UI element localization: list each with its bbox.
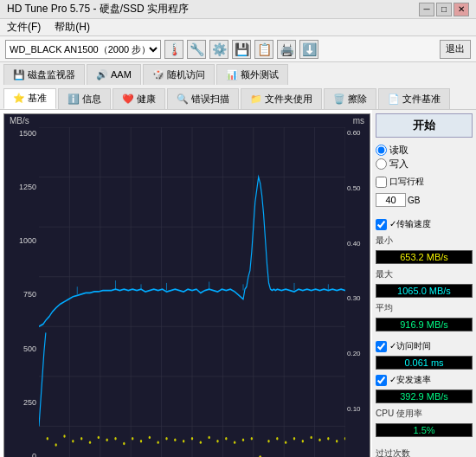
y-label-750: 750 bbox=[23, 290, 36, 299]
close-button[interactable]: ✕ bbox=[453, 3, 469, 16]
svg-point-40 bbox=[234, 441, 235, 443]
burst-value: 392.9 MB/s bbox=[376, 389, 473, 403]
y-axis-left: 1500 1250 1000 750 500 250 0 bbox=[4, 127, 39, 457]
access-time-dots bbox=[47, 434, 345, 457]
svg-point-25 bbox=[106, 439, 107, 441]
tab-fileuse[interactable]: 📁 文件夹使用 bbox=[241, 88, 322, 109]
disk3-icon[interactable]: 🖨️ bbox=[277, 40, 296, 59]
svg-point-46 bbox=[285, 441, 286, 443]
health-icon: ❤️ bbox=[122, 93, 134, 105]
drive-select[interactable]: WD_BLACK AN1500（2000 步） bbox=[5, 40, 161, 59]
tab-extra[interactable]: 📊 额外测试 bbox=[216, 64, 288, 85]
file-length-checkbox[interactable] bbox=[376, 177, 387, 188]
y-right-010: 0.10 bbox=[347, 405, 361, 413]
toolbar: WD_BLACK AN1500（2000 步） 🌡️ 🔧 ⚙️ 💾 📋 🖨️ ⬇… bbox=[0, 36, 476, 62]
tab-filebench[interactable]: 📄 文件基准 bbox=[378, 88, 450, 109]
maximize-button[interactable]: □ bbox=[436, 3, 452, 16]
svg-point-30 bbox=[149, 436, 151, 439]
start-button[interactable]: 开始 bbox=[376, 113, 473, 138]
svg-point-20 bbox=[63, 434, 65, 437]
svg-point-18 bbox=[47, 437, 48, 440]
settings-icon[interactable]: ⚙️ bbox=[209, 40, 228, 59]
read-radio[interactable]: 读取 bbox=[376, 144, 473, 157]
burst-checkbox-row[interactable]: ✓安发速率 bbox=[376, 374, 473, 386]
basic-icon: ⭐ bbox=[13, 93, 25, 104]
tabs-row: 💾 磁盘监视器 🔊 AAM 🎲 随机访问 📊 额外测试 bbox=[0, 62, 476, 87]
menu-bar: 文件(F) 帮助(H) bbox=[0, 19, 476, 36]
svg-point-42 bbox=[251, 437, 253, 440]
y-right-050: 0.50 bbox=[347, 184, 361, 192]
tab-basic[interactable]: ⭐ 基准 bbox=[3, 88, 56, 109]
minimize-button[interactable]: ─ bbox=[419, 3, 434, 16]
menu-help[interactable]: 帮助(H) bbox=[51, 19, 93, 35]
svg-point-41 bbox=[242, 439, 244, 441]
svg-point-21 bbox=[72, 440, 74, 442]
tab-errorscan[interactable]: 🔍 错误扫描 bbox=[167, 88, 239, 109]
read-write-group: 读取 写入 bbox=[376, 144, 473, 171]
y-label-1500: 1500 bbox=[19, 129, 36, 138]
chart-container: MB/s ms 1500 1250 1000 750 500 250 0 bbox=[3, 113, 370, 457]
disk1-icon[interactable]: 💾 bbox=[232, 40, 251, 59]
write-radio-input[interactable] bbox=[376, 158, 387, 170]
filebench-icon: 📄 bbox=[388, 93, 400, 105]
main-content: MB/s ms 1500 1250 1000 750 500 250 0 bbox=[0, 110, 476, 457]
svg-point-19 bbox=[55, 443, 56, 446]
svg-point-22 bbox=[80, 437, 82, 440]
max-value: 1065.0 MB/s bbox=[376, 284, 473, 298]
title-text: HD Tune Pro 5.75 - 硬盘/SSD 实用程序 bbox=[7, 2, 189, 16]
svg-point-52 bbox=[336, 440, 338, 442]
download-icon[interactable]: ⬇️ bbox=[299, 40, 318, 59]
y-right-060: 0.60 bbox=[347, 129, 361, 137]
fileuse-icon: 📁 bbox=[250, 93, 262, 105]
svg-point-38 bbox=[216, 440, 218, 442]
tab-aam[interactable]: 🔊 AAM bbox=[87, 64, 141, 85]
y-label-250: 250 bbox=[23, 398, 36, 407]
file-length-row: 口写行程 bbox=[376, 176, 473, 188]
menu-file[interactable]: 文件(F) bbox=[3, 19, 44, 35]
write-radio[interactable]: 写入 bbox=[376, 158, 473, 171]
tab-info[interactable]: ℹ️ 信息 bbox=[58, 88, 111, 109]
errorscan-icon: 🔍 bbox=[177, 93, 189, 105]
svg-point-31 bbox=[157, 441, 158, 443]
tab-health[interactable]: ❤️ 健康 bbox=[113, 88, 165, 109]
burst-checkbox[interactable] bbox=[376, 375, 387, 386]
info-icon: ℹ️ bbox=[68, 93, 80, 105]
avg-label: 平均 bbox=[376, 302, 473, 314]
access-time-checkbox[interactable] bbox=[376, 341, 387, 352]
svg-point-51 bbox=[327, 437, 329, 440]
svg-point-36 bbox=[200, 441, 202, 443]
svg-point-39 bbox=[225, 437, 227, 440]
y-right-040: 0.40 bbox=[347, 240, 361, 248]
y-right-030: 0.30 bbox=[347, 294, 361, 302]
exit-button[interactable]: 退出 bbox=[440, 40, 471, 59]
svg-point-29 bbox=[140, 440, 142, 442]
gb-unit: GB bbox=[408, 196, 420, 205]
svg-point-53 bbox=[344, 437, 345, 440]
y-label-1000: 1000 bbox=[19, 236, 36, 245]
svg-point-35 bbox=[191, 437, 193, 440]
tabs-row-2: ⭐ 基准 ℹ️ 信息 ❤️ 健康 🔍 错误扫描 📁 文件夹使用 🗑️ 擦除 📄 … bbox=[0, 86, 476, 110]
min-value: 653.2 MB/s bbox=[376, 250, 473, 264]
thermometer-icon[interactable]: 🌡️ bbox=[164, 40, 183, 59]
tab-monitor[interactable]: 💾 磁盘监视器 bbox=[3, 64, 85, 85]
svg-point-33 bbox=[174, 439, 176, 441]
disk2-icon[interactable]: 📋 bbox=[254, 40, 273, 59]
aam-icon: 🔊 bbox=[96, 69, 108, 80]
svg-point-23 bbox=[89, 441, 91, 443]
erase-icon: 🗑️ bbox=[333, 93, 345, 105]
max-label: 最大 bbox=[376, 268, 473, 280]
random-icon: 🎲 bbox=[152, 69, 164, 80]
svg-point-47 bbox=[293, 437, 295, 440]
min-label: 最小 bbox=[376, 235, 473, 247]
monitor-icon: 💾 bbox=[13, 69, 25, 80]
wrench-icon[interactable]: 🔧 bbox=[187, 40, 206, 59]
access-time-checkbox-row[interactable]: ✓访问时间 bbox=[376, 340, 473, 352]
transfer-speed-checkbox[interactable] bbox=[376, 219, 387, 230]
file-length-input[interactable] bbox=[376, 193, 406, 207]
tab-erase[interactable]: 🗑️ 擦除 bbox=[324, 88, 376, 109]
chart-unit-left: MB/s bbox=[10, 116, 29, 126]
tab-random[interactable]: 🎲 随机访问 bbox=[143, 64, 215, 85]
read-radio-input[interactable] bbox=[376, 145, 387, 156]
transfer-speed-checkbox-row[interactable]: ✓传输速度 bbox=[376, 218, 473, 230]
avg-value: 916.9 MB/s bbox=[376, 318, 473, 331]
